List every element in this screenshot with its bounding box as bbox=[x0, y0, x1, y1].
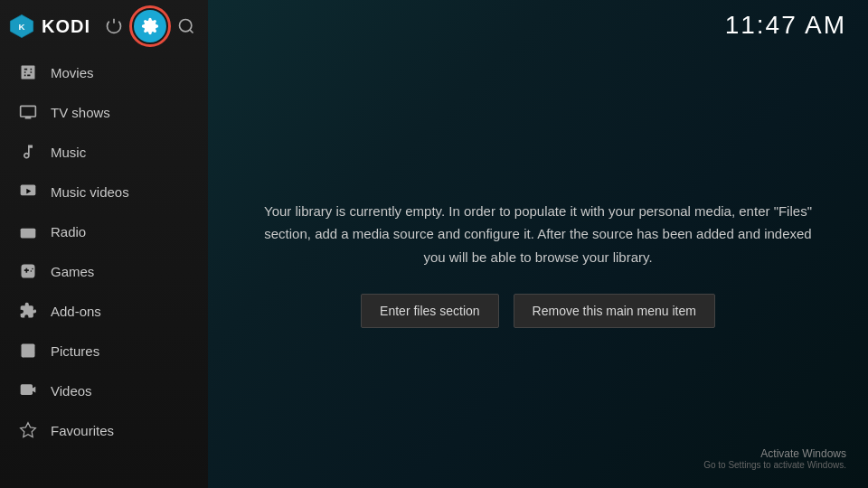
power-button[interactable] bbox=[101, 14, 127, 39]
music-videos-icon bbox=[18, 182, 38, 202]
nav-label-tv-shows: TV shows bbox=[51, 105, 110, 120]
nav-label-radio: Radio bbox=[51, 224, 86, 239]
time-display: 11:47 AM bbox=[725, 11, 846, 40]
nav-item-add-ons[interactable]: Add-ons bbox=[0, 291, 208, 331]
kodi-logo: K KODI bbox=[9, 14, 90, 39]
svg-point-7 bbox=[31, 231, 33, 234]
enter-files-button[interactable]: Enter files section bbox=[361, 294, 499, 328]
pictures-icon bbox=[18, 341, 38, 361]
nav-label-games: Games bbox=[51, 264, 94, 279]
svg-rect-9 bbox=[23, 234, 25, 236]
games-icon bbox=[18, 261, 38, 281]
svg-rect-12 bbox=[21, 384, 33, 395]
music-icon bbox=[18, 142, 38, 162]
add-ons-icon bbox=[18, 301, 38, 321]
nav-label-pictures: Pictures bbox=[51, 343, 99, 359]
kodi-logo-icon: K bbox=[9, 14, 34, 39]
watermark: Activate Windows Go to Settings to activ… bbox=[703, 447, 846, 470]
svg-rect-6 bbox=[21, 229, 36, 239]
settings-button[interactable] bbox=[134, 10, 166, 42]
nav-label-videos: Videos bbox=[51, 383, 92, 399]
app-container: K KODI bbox=[0, 0, 868, 488]
nav-list: Movies TV shows Music Music videos bbox=[0, 52, 208, 488]
favourites-icon bbox=[18, 420, 38, 440]
sidebar: K KODI bbox=[0, 0, 208, 488]
nav-label-favourites: Favourites bbox=[51, 423, 114, 438]
remove-menu-item-button[interactable]: Remove this main menu item bbox=[514, 294, 715, 328]
nav-item-favourites[interactable]: Favourites bbox=[0, 410, 208, 450]
empty-library-message: Your library is currently empty. In orde… bbox=[262, 200, 814, 269]
nav-label-movies: Movies bbox=[51, 65, 94, 80]
radio-icon bbox=[18, 221, 38, 241]
nav-item-movies[interactable]: Movies bbox=[0, 52, 208, 92]
movies-icon bbox=[18, 62, 38, 82]
sidebar-topbar: K KODI bbox=[0, 0, 208, 52]
svg-text:K: K bbox=[18, 22, 24, 32]
watermark-subtitle: Go to Settings to activate Windows. bbox=[703, 460, 846, 470]
sidebar-icons bbox=[101, 10, 199, 42]
watermark-title: Activate Windows bbox=[703, 447, 846, 460]
svg-rect-8 bbox=[23, 231, 26, 233]
center-content: Your library is currently empty. In orde… bbox=[208, 40, 868, 488]
nav-item-music[interactable]: Music bbox=[0, 132, 208, 172]
nav-label-music: Music bbox=[51, 145, 86, 160]
tv-shows-icon bbox=[18, 102, 38, 122]
nav-item-tv-shows[interactable]: TV shows bbox=[0, 92, 208, 132]
svg-point-11 bbox=[24, 347, 26, 350]
nav-item-pictures[interactable]: Pictures bbox=[0, 331, 208, 371]
nav-item-radio[interactable]: Radio bbox=[0, 211, 208, 251]
nav-item-games[interactable]: Games bbox=[0, 251, 208, 291]
videos-icon bbox=[18, 380, 38, 400]
action-buttons: Enter files section Remove this main men… bbox=[361, 294, 715, 328]
kodi-title: KODI bbox=[42, 16, 90, 37]
search-button[interactable] bbox=[174, 14, 199, 39]
nav-item-videos[interactable]: Videos bbox=[0, 371, 208, 410]
main-content: 11:47 AM Your library is currently empty… bbox=[208, 0, 868, 488]
svg-point-3 bbox=[180, 20, 192, 32]
nav-label-music-videos: Music videos bbox=[51, 184, 129, 200]
nav-label-add-ons: Add-ons bbox=[51, 304, 101, 319]
nav-item-music-videos[interactable]: Music videos bbox=[0, 172, 208, 211]
header-bar: 11:47 AM bbox=[208, 0, 868, 40]
